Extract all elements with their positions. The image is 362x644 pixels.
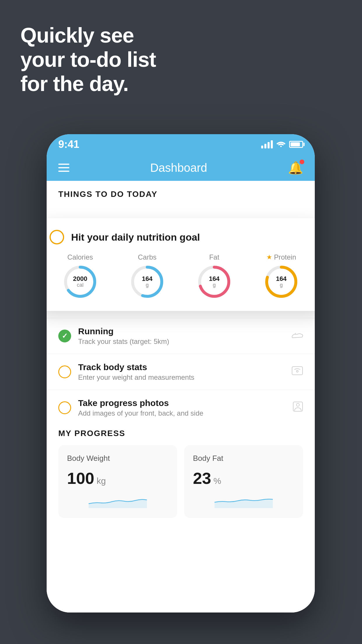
svg-point-0: [280, 146, 282, 147]
todo-text-photos: Take progress photos Add images of your …: [78, 398, 286, 417]
todo-list: ✓ Running Track your stats (target: 5km): [47, 318, 315, 426]
carbs-value: 164: [142, 275, 153, 282]
protein-stat: ★ Protein 164 g: [264, 253, 299, 299]
todo-text-running: Running Track your stats (target: 5km): [78, 326, 284, 346]
todo-check-running[interactable]: ✓: [58, 330, 71, 342]
carbs-label: Carbs: [138, 253, 157, 261]
todo-item-body-stats[interactable]: Track body stats Enter your weight and m…: [47, 354, 315, 390]
nutrition-card-title: Hit your daily nutrition goal: [71, 232, 200, 243]
svg-point-12: [296, 403, 299, 406]
person-icon: [293, 401, 303, 414]
body-weight-label: Body Weight: [67, 454, 168, 463]
fat-unit: g: [209, 282, 220, 288]
nutrition-stats: Calories 2000 cal Carbs: [50, 253, 312, 299]
hero-line3: for the day.: [20, 72, 156, 96]
body-fat-card: Body Fat 23 %: [184, 445, 303, 518]
todo-item-running[interactable]: ✓ Running Track your stats (target: 5km): [47, 318, 315, 354]
battery-icon: [289, 141, 303, 148]
body-weight-number: 100: [67, 469, 94, 488]
calories-label: Calories: [67, 253, 93, 261]
carbs-stat: Carbs 164 g: [130, 253, 165, 299]
body-weight-chart: [67, 494, 168, 508]
status-time: 9:41: [58, 138, 79, 150]
notification-bell-icon[interactable]: 🔔: [288, 161, 303, 175]
todo-check-body-stats[interactable]: [58, 365, 71, 378]
star-icon: ★: [266, 253, 272, 261]
todo-subtitle-body-stats: Enter your weight and measurements: [78, 373, 284, 382]
phone-frame: 9:41 Da: [47, 134, 315, 612]
todo-title-photos: Take progress photos: [78, 398, 286, 408]
protein-value: 164: [276, 275, 287, 282]
todo-check-nutrition[interactable]: [50, 230, 64, 244]
calories-chart: 2000 cal: [63, 264, 98, 299]
signal-icon: [261, 140, 273, 148]
calories-value: 2000: [73, 275, 87, 282]
nav-bar: Dashboard 🔔: [47, 155, 315, 181]
calories-unit: cal: [73, 282, 87, 288]
protein-unit: g: [276, 282, 287, 288]
body-weight-card: Body Weight 100 kg: [58, 445, 177, 518]
body-fat-chart: [193, 494, 294, 508]
notification-badge: [300, 160, 304, 164]
todo-check-photos[interactable]: [58, 401, 71, 414]
body-fat-value: 23 %: [193, 469, 294, 488]
progress-section: MY PROGRESS Body Weight 100 kg B: [47, 420, 315, 527]
fat-stat: Fat 164 g: [197, 253, 232, 299]
carbs-unit: g: [142, 282, 153, 288]
svg-point-10: [296, 370, 298, 372]
calories-stat: Calories 2000 cal: [63, 253, 98, 299]
wifi-icon: [276, 140, 286, 149]
hero-line1: Quickly see: [20, 23, 156, 48]
hero-line2: your to-do list: [20, 48, 156, 72]
protein-chart: 164 g: [264, 264, 299, 299]
content-area: THINGS TO DO TODAY Hit your daily nutrit…: [47, 181, 315, 612]
todo-title-running: Running: [78, 326, 284, 336]
progress-cards: Body Weight 100 kg Body Fat 23 %: [58, 445, 303, 518]
todo-subtitle-photos: Add images of your front, back, and side: [78, 409, 286, 417]
fat-label: Fat: [209, 253, 219, 261]
body-fat-unit: %: [213, 476, 221, 486]
fat-chart: 164 g: [197, 264, 232, 299]
body-weight-value: 100 kg: [67, 469, 168, 488]
status-bar: 9:41: [47, 134, 315, 155]
todo-text-body-stats: Track body stats Enter your weight and m…: [78, 362, 284, 382]
fat-value: 164: [209, 275, 220, 282]
things-header: THINGS TO DO TODAY: [47, 181, 315, 205]
nutrition-card: Hit your daily nutrition goal Calories 2…: [47, 218, 315, 311]
body-fat-label: Body Fat: [193, 454, 294, 463]
body-fat-number: 23: [193, 469, 211, 488]
hero-text: Quickly see your to-do list for the day.: [20, 23, 156, 96]
todo-title-body-stats: Track body stats: [78, 362, 284, 372]
carbs-chart: 164 g: [130, 264, 165, 299]
nav-title: Dashboard: [150, 161, 207, 174]
progress-title: MY PROGRESS: [58, 429, 303, 438]
todo-subtitle-running: Track your stats (target: 5km): [78, 337, 284, 346]
body-weight-unit: kg: [96, 476, 106, 486]
card-header: Hit your daily nutrition goal: [50, 230, 312, 244]
protein-label: ★ Protein: [266, 253, 296, 261]
status-icons: [261, 140, 303, 149]
shoe-icon: [291, 330, 303, 342]
scale-icon: [291, 365, 303, 379]
hamburger-menu[interactable]: [58, 164, 69, 172]
